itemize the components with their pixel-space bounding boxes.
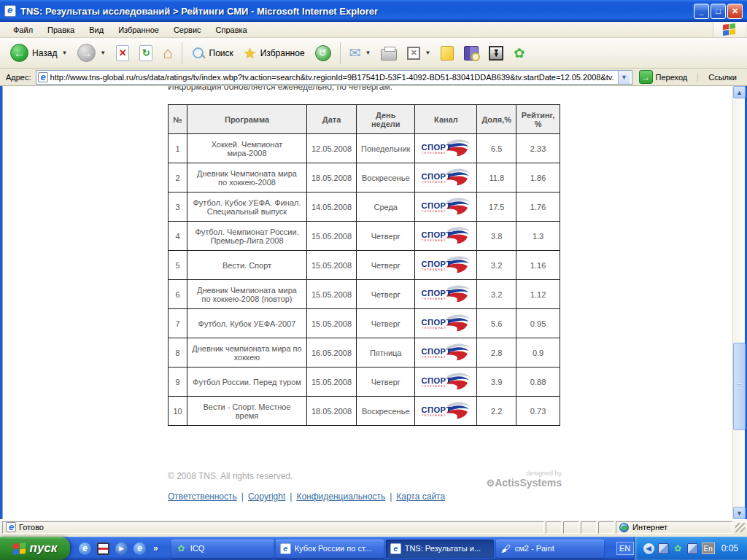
forward-dropdown-icon[interactable]: ▼ (100, 50, 106, 56)
internet-zone-icon (619, 523, 629, 532)
svg-text:ТЕЛЕКАНАЛ: ТЕЛЕКАНАЛ (422, 239, 446, 242)
quick-launch-media-player-icon[interactable]: ▶ (115, 542, 128, 555)
maximize-button[interactable]: □ (711, 4, 726, 19)
header-num: № (169, 105, 187, 134)
security-zone-pane: Интернет (616, 521, 732, 534)
menu-favorites[interactable]: Избранное (111, 23, 166, 36)
status-pane-empty (546, 521, 562, 534)
address-url[interactable]: http://www.tns-global.ru/rus/data/rating… (50, 73, 618, 82)
address-bar: Адрес: http://www.tns-global.ru/rus/data… (0, 69, 747, 86)
mail-dropdown-icon[interactable]: ▼ (365, 50, 371, 56)
quick-launch-save-icon[interactable] (97, 542, 109, 555)
table-row: 6 Дневник Чемпионата мира по хоккею-2008… (169, 280, 560, 309)
go-button[interactable]: → Переход (636, 69, 694, 85)
taskbar-button-kubok[interactable]: e Кубок России по ст... (276, 540, 384, 558)
taskbar-button-paint[interactable]: 🖌 см2 - Paint (496, 540, 604, 558)
table-row: 2 Дневник Чемпионата мира по хоккею-2008… (169, 163, 560, 192)
tray-icq-icon[interactable]: ✿ (673, 543, 684, 554)
cell-date: 15.05.2008 (307, 309, 357, 338)
cell-num: 9 (169, 368, 187, 397)
table-row: 7 Футбол. Кубок УЕФА-2007 15.05.2008 Чет… (169, 309, 560, 338)
go-label: Переход (656, 73, 688, 82)
sport-channel-logo: СПОРТ ТЕЛЕКАНАЛ (419, 313, 472, 333)
address-input[interactable]: http://www.tns-global.ru/rus/data/rating… (36, 70, 632, 85)
quick-launch-overflow-chevron[interactable]: » (153, 543, 158, 553)
close-button[interactable]: ✕ (727, 4, 743, 19)
print-button[interactable] (376, 44, 401, 63)
minimize-button[interactable]: _ (694, 4, 709, 19)
menu-view[interactable]: Вид (82, 23, 111, 36)
quick-launch-browser-icon[interactable]: e (133, 542, 146, 555)
back-dropdown-icon[interactable]: ▼ (61, 50, 67, 56)
forward-button[interactable]: → ▼ (73, 42, 110, 64)
vertical-scrollbar[interactable]: ▲ ▼ (732, 86, 745, 519)
svg-text:ТЕЛЕКАНАЛ: ТЕЛЕКАНАЛ (422, 327, 446, 330)
menu-edit[interactable]: Правка (40, 23, 82, 36)
network-status-icon2[interactable] (687, 543, 698, 554)
notes-button[interactable] (436, 44, 458, 63)
scrollbar-thumb[interactable] (733, 343, 746, 430)
menu-bar: Файл Правка Вид Избранное Сервис Справка (0, 22, 747, 38)
network-status-icon[interactable] (658, 543, 669, 554)
table-row: 8 Дневник чемпионата мира по хоккею 16.0… (169, 338, 560, 368)
window-titlebar: TNS: Результаты исследований > Рейтинги … (0, 0, 747, 22)
svg-text:СПОРТ: СПОРТ (422, 171, 452, 180)
history-button[interactable]: ↺ (311, 43, 336, 63)
menu-help[interactable]: Справка (209, 23, 255, 36)
sport-channel-logo: СПОРТ ТЕЛЕКАНАЛ (419, 342, 472, 362)
status-bar: Готово Интернет (0, 519, 747, 534)
mail-button[interactable]: ✉▼ (345, 42, 376, 63)
search-label: Поиск (209, 48, 233, 58)
cell-share: 3.8 (477, 222, 516, 251)
taskbar-clock[interactable]: 0:05 (719, 543, 741, 553)
cell-day: Четверг (357, 309, 415, 338)
start-button[interactable]: пуск (0, 537, 70, 560)
cell-day: Воскресенье (357, 397, 415, 426)
cell-share: 3.2 (477, 280, 516, 309)
menu-tools[interactable]: Сервис (166, 23, 209, 36)
cell-day: Пятница (357, 338, 415, 368)
cell-day: Четверг (357, 222, 415, 251)
favorites-label: Избранное (260, 48, 305, 58)
status-pane-empty (563, 521, 579, 534)
edit-dropdown-icon[interactable]: ▼ (425, 50, 430, 56)
link-confidentiality[interactable]: Конфиденциальность (296, 491, 385, 502)
update-note-text: Информация обновляется еженедельно, по ч… (168, 86, 392, 92)
link-sitemap[interactable]: Карта сайта (396, 491, 445, 502)
link-copyright[interactable]: Copyright (248, 491, 285, 502)
tray-collapse-chevron-icon[interactable]: ◀ (643, 543, 654, 554)
links-bar-label[interactable]: Ссылки (697, 73, 744, 82)
cell-rating: 0.73 (516, 397, 560, 426)
language-indicator[interactable]: EN (616, 542, 634, 555)
refresh-icon: ↻ (139, 45, 152, 61)
edit-button[interactable]: ✕▼ (403, 44, 435, 62)
back-button[interactable]: ← Назад ▼ (6, 42, 71, 64)
table-row: 10 Вести - Спорт. Местное время 18.05.20… (169, 397, 560, 426)
cell-day: Четверг (357, 368, 415, 397)
stop-button[interactable]: ✕ (112, 43, 133, 63)
icq-toolbar-button[interactable]: ✿ (509, 43, 529, 63)
scroll-down-icon[interactable]: ▼ (733, 507, 746, 519)
table-row: 4 Футбол. Чемпионат России. Премьер-Лига… (169, 222, 560, 251)
ratings-table: № Программа Дата День недели Канал Доля,… (168, 104, 560, 426)
quick-launch-ie-icon[interactable]: e (79, 542, 91, 555)
taskbar-button-tns-active[interactable]: e TNS: Результаты и... (386, 540, 494, 558)
home-button[interactable]: ⌂ (158, 44, 177, 63)
resize-grip[interactable] (735, 523, 745, 532)
link-responsibility[interactable]: Ответственность (168, 491, 237, 502)
cell-rating: 1.3 (516, 222, 560, 251)
menu-file[interactable]: Файл (6, 23, 40, 36)
research-button[interactable] (460, 44, 483, 63)
search-button[interactable]: Поиск (187, 44, 238, 63)
address-dropdown-icon[interactable]: ▼ (618, 71, 630, 84)
download-manager-button[interactable]: ▼▼ (484, 44, 508, 63)
quick-launch: e ▶ e » (70, 542, 164, 555)
sport-channel-logo: СПОРТ ТЕЛЕКАНАЛ (419, 225, 472, 246)
language-indicator-secondary[interactable]: En (702, 542, 715, 554)
scroll-up-icon[interactable]: ▲ (733, 86, 746, 98)
status-pane: Готово (2, 521, 544, 534)
task-buttons: ✿ ICQ e Кубок России по ст... e TNS: Рез… (164, 537, 616, 560)
favorites-button[interactable]: ★ Избранное (239, 42, 309, 64)
refresh-button[interactable]: ↻ (135, 43, 157, 63)
taskbar-button-icq[interactable]: ✿ ICQ (171, 540, 274, 558)
